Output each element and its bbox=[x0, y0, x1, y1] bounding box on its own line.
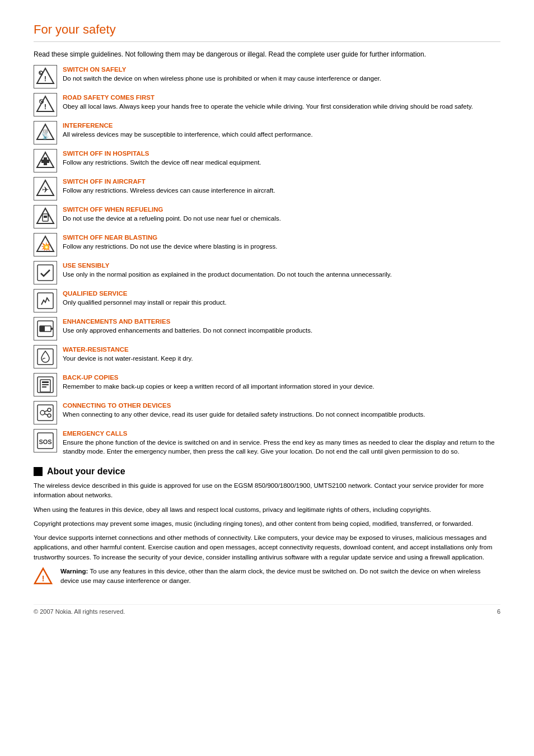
safety-title-connecting: CONNECTING TO OTHER DEVICES bbox=[63, 402, 500, 409]
phone-prohibited-icon: ! bbox=[34, 65, 57, 88]
safety-desc-use-sensibly: Use only in the normal position as expla… bbox=[63, 270, 500, 279]
about-para-2: Copyright protections may prevent some i… bbox=[34, 519, 500, 529]
blasting-icon: 💥 bbox=[34, 233, 57, 256]
svg-point-37 bbox=[48, 414, 51, 417]
intro-text: Read these simple guidelines. Not follow… bbox=[34, 50, 500, 59]
safety-title-interference: INTERFERENCE bbox=[63, 122, 500, 129]
safety-items-container: ! SWITCH ON SAFELY Do not switch the dev… bbox=[34, 65, 500, 456]
safety-title-qualified-service: QUALIFIED SERVICE bbox=[63, 290, 500, 297]
warning-icon: ! bbox=[34, 567, 55, 587]
safety-desc-water-resistance: Your device is not water-resistant. Keep… bbox=[63, 354, 500, 363]
safety-item-switch-on-safely: ! SWITCH ON SAFELY Do not switch the dev… bbox=[34, 65, 500, 88]
svg-text:SOS: SOS bbox=[39, 438, 51, 445]
about-para-0: The wireless device described in this gu… bbox=[34, 481, 500, 501]
safety-item-blasting: 💥 SWITCH OFF NEAR BLASTING Follow any re… bbox=[34, 233, 500, 256]
svg-text:💥: 💥 bbox=[41, 242, 51, 251]
safety-item-water-resistance: WATER-RESISTANCE Your device is not wate… bbox=[34, 345, 500, 368]
backup-icon bbox=[34, 373, 57, 396]
safety-item-connecting: CONNECTING TO OTHER DEVICES When connect… bbox=[34, 401, 500, 424]
water-icon bbox=[34, 345, 57, 368]
safety-desc-enhancements: Use only approved enhancements and batte… bbox=[63, 326, 500, 335]
safety-title-road-safety: ROAD SAFETY COMES FIRST bbox=[63, 94, 500, 101]
safety-title-hospitals: SWITCH OFF IN HOSPITALS bbox=[63, 150, 500, 157]
safety-desc-refueling: Do not use the device at a refueling poi… bbox=[63, 214, 500, 223]
safety-title-refueling: SWITCH OFF WHEN REFUELING bbox=[63, 206, 500, 213]
about-para-3: Your device supports internet connection… bbox=[34, 533, 500, 562]
safety-content-enhancements: ENHANCEMENTS AND BATTERIES Use only appr… bbox=[63, 317, 500, 335]
svg-rect-26 bbox=[40, 326, 45, 332]
safety-content-qualified-service: QUALIFIED SERVICE Only qualified personn… bbox=[63, 289, 500, 307]
sos-icon: SOS bbox=[34, 429, 57, 452]
svg-rect-19 bbox=[48, 214, 49, 217]
svg-rect-32 bbox=[42, 384, 49, 385]
safety-item-aircraft: ✈ SWITCH OFF IN AIRCRAFT Follow any rest… bbox=[34, 177, 500, 200]
safety-content-connecting: CONNECTING TO OTHER DEVICES When connect… bbox=[63, 401, 500, 419]
square-icon bbox=[34, 467, 43, 476]
svg-text:!: ! bbox=[42, 574, 45, 583]
safety-desc-backup: Remember to make back-up copies or keep … bbox=[63, 382, 500, 391]
safety-content-blasting: SWITCH OFF NEAR BLASTING Follow any rest… bbox=[63, 233, 500, 251]
about-paragraphs: The wireless device described in this gu… bbox=[34, 481, 500, 562]
road-icon: ! bbox=[34, 93, 57, 116]
svg-rect-23 bbox=[38, 293, 53, 309]
aircraft-icon: ✈ bbox=[34, 177, 57, 200]
svg-rect-33 bbox=[42, 386, 46, 388]
page-title: For your safety bbox=[34, 22, 500, 42]
about-section-heading: About your device bbox=[34, 466, 500, 477]
footer: © 2007 Nokia. All rights reserved. 6 bbox=[34, 604, 500, 615]
svg-text:✈: ✈ bbox=[42, 185, 49, 194]
safety-item-emergency: SOS EMERGENCY CALLS Ensure the phone fun… bbox=[34, 429, 500, 456]
safety-title-switch-on-safely: SWITCH ON SAFELY bbox=[63, 66, 500, 73]
svg-rect-22 bbox=[38, 265, 53, 281]
warning-block: ! Warning: To use any features in this d… bbox=[34, 567, 500, 587]
connecting-icon bbox=[34, 401, 57, 424]
safety-item-qualified-service: QUALIFIED SERVICE Only qualified personn… bbox=[34, 289, 500, 312]
about-para-1: When using the features in this device, … bbox=[34, 505, 500, 515]
fuel-icon bbox=[34, 205, 57, 228]
svg-line-38 bbox=[45, 410, 48, 412]
safety-desc-qualified-service: Only qualified personnel may install or … bbox=[63, 298, 500, 307]
service-icon bbox=[34, 289, 57, 312]
safety-content-switch-on-safely: SWITCH ON SAFELY Do not switch the devic… bbox=[63, 65, 500, 83]
safety-item-enhancements: ENHANCEMENTS AND BATTERIES Use only appr… bbox=[34, 317, 500, 340]
safety-item-hospitals: SWITCH OFF IN HOSPITALS Follow any restr… bbox=[34, 149, 500, 172]
warning-text: Warning: To use any features in this dev… bbox=[60, 567, 500, 585]
svg-text:!: ! bbox=[44, 102, 46, 111]
safety-content-backup: BACK-UP COPIES Remember to make back-up … bbox=[63, 373, 500, 391]
safety-desc-emergency: Ensure the phone function of the device … bbox=[63, 438, 500, 456]
svg-rect-31 bbox=[42, 381, 49, 383]
safety-content-aircraft: SWITCH OFF IN AIRCRAFT Follow any restri… bbox=[63, 177, 500, 195]
safety-title-water-resistance: WATER-RESISTANCE bbox=[63, 346, 500, 353]
svg-point-35 bbox=[40, 410, 45, 415]
safety-desc-blasting: Follow any restrictions. Do not use the … bbox=[63, 242, 500, 251]
safety-item-refueling: SWITCH OFF WHEN REFUELING Do not use the… bbox=[34, 205, 500, 228]
svg-rect-27 bbox=[51, 328, 53, 330]
safety-content-refueling: SWITCH OFF WHEN REFUELING Do not use the… bbox=[63, 205, 500, 223]
safety-desc-connecting: When connecting to any other device, rea… bbox=[63, 410, 500, 419]
safety-title-use-sensibly: USE SENSIBLY bbox=[63, 262, 500, 269]
safety-item-backup: BACK-UP COPIES Remember to make back-up … bbox=[34, 373, 500, 396]
safety-content-interference: INTERFERENCE All wireless devices may be… bbox=[63, 121, 500, 139]
svg-line-39 bbox=[45, 414, 48, 415]
svg-rect-13 bbox=[41, 160, 49, 163]
safety-content-water-resistance: WATER-RESISTANCE Your device is not wate… bbox=[63, 345, 500, 363]
safety-item-road-safety: ! ROAD SAFETY COMES FIRST Obey all local… bbox=[34, 93, 500, 116]
battery-icon bbox=[34, 317, 57, 340]
safety-title-emergency: EMERGENCY CALLS bbox=[63, 430, 500, 437]
safety-content-emergency: EMERGENCY CALLS Ensure the phone functio… bbox=[63, 429, 500, 456]
safety-content-hospitals: SWITCH OFF IN HOSPITALS Follow any restr… bbox=[63, 149, 500, 167]
sensibly-icon bbox=[34, 261, 57, 284]
safety-title-aircraft: SWITCH OFF IN AIRCRAFT bbox=[63, 178, 500, 185]
safety-desc-aircraft: Follow any restrictions. Wireless device… bbox=[63, 186, 500, 195]
safety-desc-switch-on-safely: Do not switch the device on when wireles… bbox=[63, 74, 500, 83]
safety-desc-interference: All wireless devices may be susceptible … bbox=[63, 130, 500, 139]
page-number: 6 bbox=[497, 608, 500, 615]
safety-title-enhancements: ENHANCEMENTS AND BATTERIES bbox=[63, 318, 500, 325]
interference-icon: )))) 📡 bbox=[34, 121, 57, 144]
svg-rect-34 bbox=[38, 405, 53, 421]
svg-text:!: ! bbox=[44, 74, 46, 83]
safety-desc-hospitals: Follow any restrictions. Switch the devi… bbox=[63, 158, 500, 167]
svg-point-36 bbox=[48, 408, 51, 412]
safety-item-interference: )))) 📡 INTERFERENCE All wireless devices… bbox=[34, 121, 500, 144]
copyright: © 2007 Nokia. All rights reserved. bbox=[34, 608, 125, 615]
